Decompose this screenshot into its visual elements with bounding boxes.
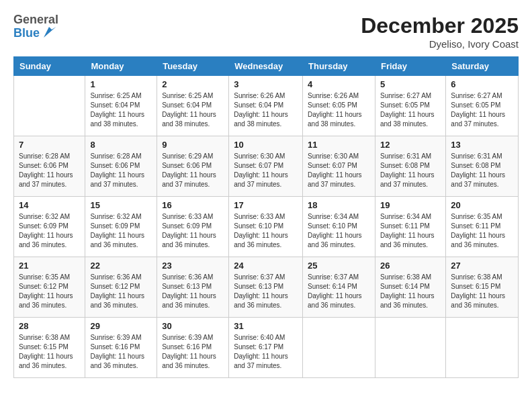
calendar-cell: 28Sunrise: 6:38 AM Sunset: 6:15 PM Dayli… bbox=[14, 318, 85, 378]
calendar-cell: 15Sunrise: 6:32 AM Sunset: 6:09 PM Dayli… bbox=[85, 197, 157, 257]
page-header: General Blue December 2025 Dyeliso, Ivor… bbox=[13, 13, 519, 50]
calendar-cell: 17Sunrise: 6:33 AM Sunset: 6:10 PM Dayli… bbox=[229, 197, 303, 257]
day-number: 1 bbox=[90, 79, 152, 89]
day-info: Sunrise: 6:25 AM Sunset: 6:04 PM Dayligh… bbox=[90, 91, 152, 129]
day-number: 23 bbox=[162, 261, 224, 271]
calendar-cell: 21Sunrise: 6:35 AM Sunset: 6:12 PM Dayli… bbox=[14, 257, 85, 318]
day-info: Sunrise: 6:40 AM Sunset: 6:17 PM Dayligh… bbox=[234, 333, 298, 371]
day-info: Sunrise: 6:32 AM Sunset: 6:09 PM Dayligh… bbox=[90, 212, 152, 250]
calendar-cell: 11Sunrise: 6:30 AM Sunset: 6:07 PM Dayli… bbox=[303, 136, 375, 197]
day-of-week-header: Saturday bbox=[446, 57, 519, 76]
day-number: 9 bbox=[162, 140, 224, 150]
day-info: Sunrise: 6:31 AM Sunset: 6:08 PM Dayligh… bbox=[451, 152, 513, 189]
calendar-cell: 27Sunrise: 6:38 AM Sunset: 6:15 PM Dayli… bbox=[446, 257, 519, 318]
logo: General Blue bbox=[13, 13, 58, 40]
day-info: Sunrise: 6:27 AM Sunset: 6:05 PM Dayligh… bbox=[380, 91, 441, 129]
day-number: 31 bbox=[234, 321, 298, 331]
calendar-cell bbox=[303, 318, 375, 378]
calendar-cell: 10Sunrise: 6:30 AM Sunset: 6:07 PM Dayli… bbox=[229, 136, 303, 197]
day-info: Sunrise: 6:36 AM Sunset: 6:12 PM Dayligh… bbox=[90, 273, 152, 310]
day-of-week-header: Friday bbox=[375, 57, 445, 76]
day-number: 4 bbox=[308, 79, 370, 89]
day-of-week-header: Tuesday bbox=[157, 57, 229, 76]
calendar-cell: 6Sunrise: 6:27 AM Sunset: 6:05 PM Daylig… bbox=[446, 76, 519, 136]
day-number: 18 bbox=[308, 200, 370, 210]
calendar-cell bbox=[14, 76, 85, 136]
day-number: 17 bbox=[234, 200, 298, 210]
day-info: Sunrise: 6:38 AM Sunset: 6:15 PM Dayligh… bbox=[19, 333, 80, 371]
month-title: December 2025 bbox=[361, 13, 519, 38]
day-number: 20 bbox=[451, 200, 513, 210]
calendar-cell: 30Sunrise: 6:39 AM Sunset: 6:16 PM Dayli… bbox=[157, 318, 229, 378]
day-number: 25 bbox=[308, 261, 370, 271]
day-number: 15 bbox=[90, 200, 152, 210]
day-info: Sunrise: 6:33 AM Sunset: 6:09 PM Dayligh… bbox=[162, 212, 224, 250]
day-number: 12 bbox=[380, 140, 441, 150]
calendar-cell: 20Sunrise: 6:35 AM Sunset: 6:11 PM Dayli… bbox=[446, 197, 519, 257]
day-info: Sunrise: 6:30 AM Sunset: 6:07 PM Dayligh… bbox=[308, 152, 370, 189]
day-of-week-header: Thursday bbox=[303, 57, 375, 76]
logo-blue: Blue bbox=[13, 27, 40, 40]
day-info: Sunrise: 6:32 AM Sunset: 6:09 PM Dayligh… bbox=[19, 212, 80, 250]
logo-icon bbox=[41, 24, 57, 40]
day-info: Sunrise: 6:31 AM Sunset: 6:08 PM Dayligh… bbox=[380, 152, 441, 189]
day-number: 19 bbox=[380, 200, 441, 210]
day-number: 30 bbox=[162, 321, 224, 331]
day-number: 26 bbox=[380, 261, 441, 271]
calendar-cell: 26Sunrise: 6:38 AM Sunset: 6:14 PM Dayli… bbox=[375, 257, 445, 318]
logo-text: General Blue bbox=[13, 13, 58, 40]
day-of-week-header: Sunday bbox=[14, 57, 85, 76]
day-info: Sunrise: 6:30 AM Sunset: 6:07 PM Dayligh… bbox=[234, 152, 298, 189]
day-info: Sunrise: 6:26 AM Sunset: 6:04 PM Dayligh… bbox=[234, 91, 298, 129]
day-info: Sunrise: 6:35 AM Sunset: 6:12 PM Dayligh… bbox=[19, 273, 80, 310]
calendar-cell: 12Sunrise: 6:31 AM Sunset: 6:08 PM Dayli… bbox=[375, 136, 445, 197]
calendar-table: SundayMondayTuesdayWednesdayThursdayFrid… bbox=[13, 56, 519, 378]
calendar-cell: 9Sunrise: 6:29 AM Sunset: 6:06 PM Daylig… bbox=[157, 136, 229, 197]
calendar-cell: 29Sunrise: 6:39 AM Sunset: 6:16 PM Dayli… bbox=[85, 318, 157, 378]
day-number: 14 bbox=[19, 200, 80, 210]
calendar-cell: 8Sunrise: 6:28 AM Sunset: 6:06 PM Daylig… bbox=[85, 136, 157, 197]
calendar-cell: 3Sunrise: 6:26 AM Sunset: 6:04 PM Daylig… bbox=[229, 76, 303, 136]
calendar-body: 1Sunrise: 6:25 AM Sunset: 6:04 PM Daylig… bbox=[14, 76, 519, 378]
day-number: 16 bbox=[162, 200, 224, 210]
header-row: SundayMondayTuesdayWednesdayThursdayFrid… bbox=[14, 57, 519, 76]
day-of-week-header: Wednesday bbox=[229, 57, 303, 76]
day-info: Sunrise: 6:34 AM Sunset: 6:11 PM Dayligh… bbox=[380, 212, 441, 250]
calendar-cell: 23Sunrise: 6:36 AM Sunset: 6:13 PM Dayli… bbox=[157, 257, 229, 318]
day-info: Sunrise: 6:39 AM Sunset: 6:16 PM Dayligh… bbox=[90, 333, 152, 371]
calendar-cell: 4Sunrise: 6:26 AM Sunset: 6:05 PM Daylig… bbox=[303, 76, 375, 136]
day-info: Sunrise: 6:39 AM Sunset: 6:16 PM Dayligh… bbox=[162, 333, 224, 371]
calendar-cell: 14Sunrise: 6:32 AM Sunset: 6:09 PM Dayli… bbox=[14, 197, 85, 257]
day-info: Sunrise: 6:25 AM Sunset: 6:04 PM Dayligh… bbox=[162, 91, 224, 129]
day-info: Sunrise: 6:29 AM Sunset: 6:06 PM Dayligh… bbox=[162, 152, 224, 189]
calendar-header: SundayMondayTuesdayWednesdayThursdayFrid… bbox=[14, 57, 519, 76]
day-number: 13 bbox=[451, 140, 513, 150]
day-of-week-header: Monday bbox=[85, 57, 157, 76]
calendar-cell: 31Sunrise: 6:40 AM Sunset: 6:17 PM Dayli… bbox=[229, 318, 303, 378]
day-number: 2 bbox=[162, 79, 224, 89]
day-info: Sunrise: 6:34 AM Sunset: 6:10 PM Dayligh… bbox=[308, 212, 370, 250]
day-info: Sunrise: 6:38 AM Sunset: 6:14 PM Dayligh… bbox=[380, 273, 441, 310]
location: Dyeliso, Ivory Coast bbox=[361, 38, 519, 50]
day-number: 5 bbox=[380, 79, 441, 89]
calendar-week-row: 1Sunrise: 6:25 AM Sunset: 6:04 PM Daylig… bbox=[14, 76, 519, 136]
day-info: Sunrise: 6:37 AM Sunset: 6:13 PM Dayligh… bbox=[234, 273, 298, 310]
day-number: 21 bbox=[19, 261, 80, 271]
day-info: Sunrise: 6:37 AM Sunset: 6:14 PM Dayligh… bbox=[308, 273, 370, 310]
calendar-cell bbox=[375, 318, 445, 378]
calendar-cell: 25Sunrise: 6:37 AM Sunset: 6:14 PM Dayli… bbox=[303, 257, 375, 318]
day-number: 7 bbox=[19, 140, 80, 150]
day-number: 24 bbox=[234, 261, 298, 271]
day-number: 6 bbox=[451, 79, 513, 89]
calendar-week-row: 14Sunrise: 6:32 AM Sunset: 6:09 PM Dayli… bbox=[14, 197, 519, 257]
day-info: Sunrise: 6:36 AM Sunset: 6:13 PM Dayligh… bbox=[162, 273, 224, 310]
calendar-week-row: 28Sunrise: 6:38 AM Sunset: 6:15 PM Dayli… bbox=[14, 318, 519, 378]
calendar-cell: 5Sunrise: 6:27 AM Sunset: 6:05 PM Daylig… bbox=[375, 76, 445, 136]
calendar-cell: 13Sunrise: 6:31 AM Sunset: 6:08 PM Dayli… bbox=[446, 136, 519, 197]
day-info: Sunrise: 6:26 AM Sunset: 6:05 PM Dayligh… bbox=[308, 91, 370, 129]
calendar-cell: 7Sunrise: 6:28 AM Sunset: 6:06 PM Daylig… bbox=[14, 136, 85, 197]
svg-marker-0 bbox=[44, 27, 56, 38]
calendar-cell: 2Sunrise: 6:25 AM Sunset: 6:04 PM Daylig… bbox=[157, 76, 229, 136]
day-number: 11 bbox=[308, 140, 370, 150]
calendar-cell: 22Sunrise: 6:36 AM Sunset: 6:12 PM Dayli… bbox=[85, 257, 157, 318]
